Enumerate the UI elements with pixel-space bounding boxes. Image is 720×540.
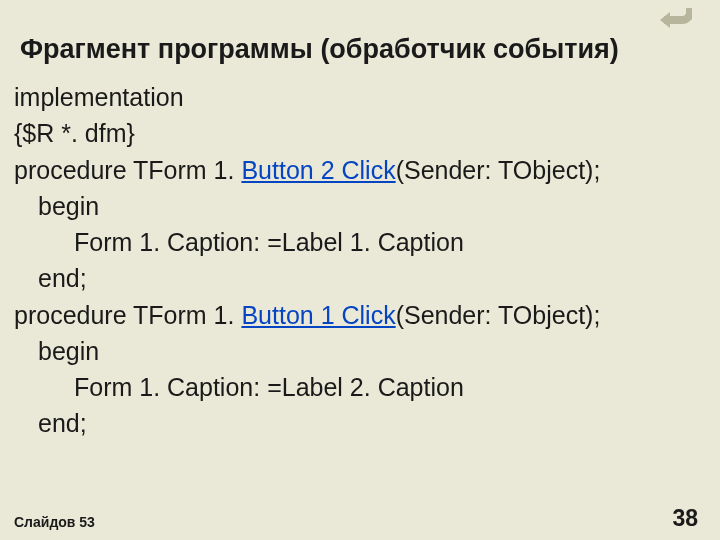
code-block: implementation {$R *. dfm} procedure TFo… — [0, 79, 720, 442]
slide-title: Фрагмент программы (обработчик события) — [0, 0, 720, 79]
code-line: {$R *. dfm} — [14, 115, 706, 151]
code-link: Button 2 Click — [241, 156, 395, 184]
code-line: end; — [14, 260, 706, 296]
code-line: procedure TForm 1. Button 2 Click(Sender… — [14, 152, 706, 188]
code-line: begin — [14, 188, 706, 224]
code-line: Form 1. Caption: =Label 2. Caption — [14, 369, 706, 405]
code-line: implementation — [14, 79, 706, 115]
code-line: end; — [14, 405, 706, 441]
code-line: procedure TForm 1. Button 1 Click(Sender… — [14, 297, 706, 333]
slide-count: Слайдов 53 — [14, 514, 95, 530]
code-line: begin — [14, 333, 706, 369]
code-line: Form 1. Caption: =Label 1. Caption — [14, 224, 706, 260]
return-icon[interactable] — [658, 6, 692, 34]
page-number: 38 — [672, 505, 698, 532]
code-link: Button 1 Click — [241, 301, 395, 329]
